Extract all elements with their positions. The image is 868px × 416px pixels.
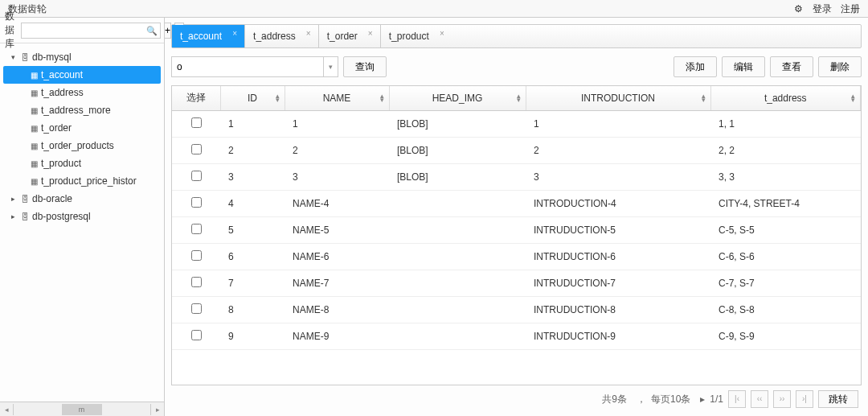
column-header[interactable]: NAME▴▾ xyxy=(285,86,389,110)
cell-name: NAME-8 xyxy=(285,296,389,323)
table-row[interactable]: 6NAME-6INTRUDUCTION-6C-6, S-6 xyxy=(172,243,861,270)
cell-id: 1 xyxy=(220,110,285,137)
tab[interactable]: t_order× xyxy=(319,25,381,47)
row-checkbox[interactable] xyxy=(191,330,202,340)
filter-input[interactable] xyxy=(172,57,323,76)
cell-t_address: 2, 2 xyxy=(710,137,861,163)
tree-table-node[interactable]: ▦t_order_products xyxy=(0,137,164,154)
cell-t_address: C-9, S-9 xyxy=(710,323,861,349)
close-icon[interactable]: × xyxy=(304,30,313,39)
cell-id: 2 xyxy=(220,137,285,163)
next-page-button[interactable]: ›› xyxy=(773,390,791,408)
row-checkbox[interactable] xyxy=(191,277,202,287)
scroll-thumb-label: m xyxy=(79,406,85,414)
table-row[interactable]: 8NAME-8INTRUDUCTION-8C-8, S-8 xyxy=(172,296,861,323)
row-checkbox[interactable] xyxy=(191,224,202,234)
cell-head_img: [BLOB] xyxy=(389,163,526,190)
sort-icon[interactable]: ▴▾ xyxy=(851,94,855,102)
add-button[interactable]: 添加 xyxy=(674,56,717,77)
tree-table-node[interactable]: ▦t_address_more xyxy=(0,101,164,119)
pagination: 共9条 ， 每页10条 ▸ 1/1 |‹ ‹‹ ›› ›| 跳转 xyxy=(171,385,862,413)
sort-icon[interactable]: ▴▾ xyxy=(517,94,521,102)
first-page-button[interactable]: |‹ xyxy=(728,390,746,408)
tree-node-label: t_order xyxy=(41,122,72,134)
sort-icon[interactable]: ▴▾ xyxy=(276,94,280,102)
cell-name: NAME-4 xyxy=(285,190,389,216)
table-row[interactable]: 7NAME-7INTRUDUCTION-7C-7, S-7 xyxy=(172,270,861,296)
column-header[interactable]: INTRODUCTION▴▾ xyxy=(526,86,710,110)
scroll-left-arrow-icon[interactable]: ◂ xyxy=(0,406,13,414)
tree-table-node[interactable]: ▦t_order xyxy=(0,119,164,137)
table-row[interactable]: 22[BLOB]22, 2 xyxy=(172,137,861,163)
data-table: 选择ID▴▾NAME▴▾HEAD_IMG▴▾INTRODUCTION▴▾t_ad… xyxy=(172,86,861,350)
login-link[interactable]: 登录 xyxy=(813,3,832,14)
sidebar-search-input[interactable] xyxy=(21,23,161,39)
column-label: NAME xyxy=(323,93,351,104)
tab-label: t_order xyxy=(327,31,358,42)
row-checkbox[interactable] xyxy=(191,197,202,208)
scroll-thumb[interactable]: m xyxy=(62,404,102,415)
cell-id: 3 xyxy=(220,163,285,190)
column-header[interactable]: ID▴▾ xyxy=(220,86,285,110)
delete-button[interactable]: 删除 xyxy=(818,56,862,77)
column-header[interactable]: 选择 xyxy=(172,86,220,110)
close-icon[interactable]: × xyxy=(437,30,447,39)
table-icon: ▦ xyxy=(31,177,38,186)
tree-db-node[interactable]: ▾🗄db-mysql xyxy=(0,48,164,66)
table-row[interactable]: 9NAME-9INTRUDUCTION-9C-9, S-9 xyxy=(172,323,861,349)
table-icon: ▦ xyxy=(31,124,38,133)
row-checkbox[interactable] xyxy=(191,117,202,128)
jump-button[interactable]: 跳转 xyxy=(818,390,858,408)
tree-table-node[interactable]: ▦t_address xyxy=(0,84,164,101)
register-link[interactable]: 注册 xyxy=(841,3,860,14)
column-label: t_address xyxy=(764,93,807,104)
row-checkbox[interactable] xyxy=(191,303,202,314)
filter-combo[interactable]: ▾ xyxy=(171,56,338,77)
tab[interactable]: t_account× xyxy=(172,25,245,47)
tree-node-label: db-oracle xyxy=(32,193,72,204)
tree-table-node[interactable]: ▦t_product_price_histor xyxy=(0,172,164,190)
cell-name: NAME-7 xyxy=(285,270,389,296)
tab[interactable]: t_product× xyxy=(381,25,452,47)
edit-button[interactable]: 编辑 xyxy=(722,56,765,77)
tab[interactable]: t_address× xyxy=(245,25,319,47)
row-checkbox[interactable] xyxy=(191,250,202,261)
cell-name: NAME-5 xyxy=(285,216,389,243)
cell-introduction: 3 xyxy=(526,163,710,190)
row-checkbox[interactable] xyxy=(191,171,202,181)
prev-page-button[interactable]: ‹‹ xyxy=(751,390,768,408)
close-icon[interactable]: × xyxy=(230,30,240,39)
sidebar-add-button[interactable]: + xyxy=(164,23,171,39)
tree-table-node[interactable]: ▦t_product xyxy=(0,154,164,172)
table-row[interactable]: 5NAME-5INTRUDUCTION-5C-5, S-5 xyxy=(172,216,861,243)
cell-name: 1 xyxy=(285,110,389,137)
query-button[interactable]: 查询 xyxy=(343,56,387,77)
expand-icon[interactable]: ▸ xyxy=(11,212,18,220)
sort-icon[interactable]: ▴▾ xyxy=(702,94,706,102)
collapse-icon[interactable]: ▾ xyxy=(11,53,18,61)
table-icon: ▦ xyxy=(31,71,38,80)
close-icon[interactable]: × xyxy=(366,30,375,39)
toolbar: ▾ 查询 添加 编辑 查看 删除 xyxy=(171,56,862,77)
last-page-button[interactable]: ›| xyxy=(796,390,813,408)
cell-name: 3 xyxy=(285,163,389,190)
cell-t_address: C-5, S-5 xyxy=(710,216,861,243)
row-checkbox[interactable] xyxy=(191,144,202,154)
column-header[interactable]: HEAD_IMG▴▾ xyxy=(389,86,526,110)
expand-icon[interactable]: ▸ xyxy=(11,195,18,203)
cell-t_address: C-7, S-7 xyxy=(710,270,861,296)
table-row[interactable]: 11[BLOB]11, 1 xyxy=(172,110,861,137)
tree-db-node[interactable]: ▸🗄db-postgresql xyxy=(0,208,164,225)
cell-id: 9 xyxy=(220,323,285,349)
tree-db-node[interactable]: ▸🗄db-oracle xyxy=(0,190,164,208)
tree-table-node[interactable]: ▦t_account xyxy=(3,66,161,84)
scroll-right-arrow-icon[interactable]: ▸ xyxy=(151,406,164,414)
view-button[interactable]: 查看 xyxy=(770,56,813,77)
sort-icon[interactable]: ▴▾ xyxy=(380,94,384,102)
column-header[interactable]: t_address▴▾ xyxy=(710,86,861,110)
table-row[interactable]: 33[BLOB]33, 3 xyxy=(172,163,861,190)
sidebar-horizontal-scrollbar[interactable]: ◂ m ▸ xyxy=(0,402,164,416)
table-row[interactable]: 4NAME-4INTRODUCTION-4CITY-4, STREET-4 xyxy=(172,190,861,216)
gear-icon[interactable]: ⚙ xyxy=(794,3,803,14)
dropdown-icon[interactable]: ▾ xyxy=(323,57,338,76)
